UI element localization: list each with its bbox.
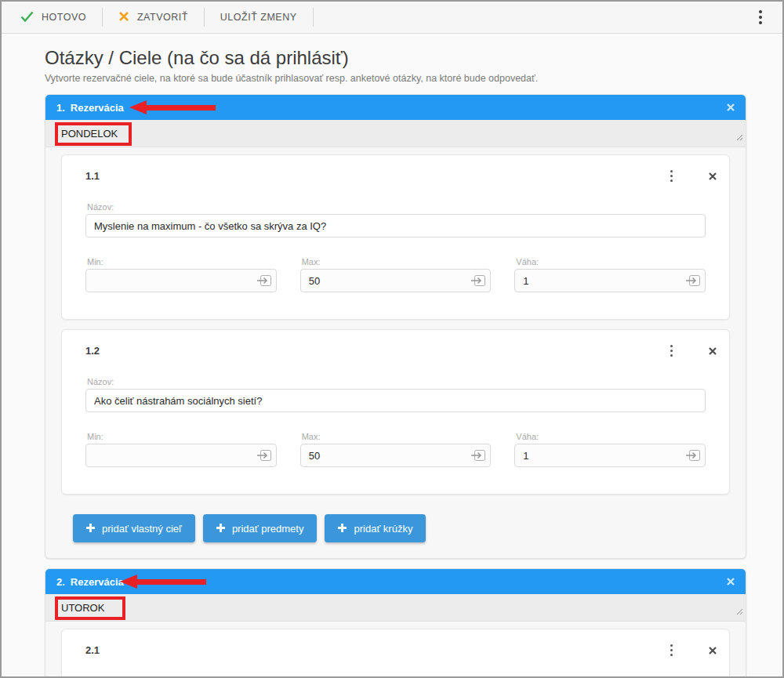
goal-number-row: Min: Max: [85,432,706,467]
goal-index: 2.1 [85,644,100,656]
goal-remove-icon[interactable] [709,347,717,355]
name-label: Názov: [87,377,706,386]
number-stepper-icon[interactable] [686,274,701,287]
goal-remove-icon[interactable] [709,172,717,180]
overflow-menu-icon[interactable] [753,5,768,29]
plus-icon [338,523,347,535]
goal-menu-icon[interactable] [664,165,679,187]
plus-icon [86,523,95,535]
number-stepper-icon[interactable] [471,449,486,462]
save-changes-button[interactable]: ULOŽIŤ ZMENY [205,2,313,33]
weight-input[interactable] [514,444,706,467]
close-button[interactable]: ZATVORIŤ [103,2,204,33]
max-input[interactable] [300,444,492,467]
reservation-title: Rezervácia [71,102,124,114]
max-input[interactable] [300,269,492,292]
toolbar: HOTOVO ZATVORIŤ ULOŽIŤ ZMENY [2,2,782,34]
remove-reservation-icon[interactable] [727,578,735,586]
save-changes-label: ULOŽIŤ ZMENY [220,12,297,23]
add-buttons-row: pridať vlastný cieľ pridať predmety prid… [73,514,730,542]
add-own-goal-button[interactable]: pridať vlastný cieľ [73,514,195,542]
add-subjects-button[interactable]: pridať predmety [203,514,318,542]
resize-handle[interactable] [736,130,743,144]
plus-icon [216,523,225,535]
x-icon [118,11,129,24]
remove-reservation-icon[interactable] [727,103,735,111]
app-window: HOTOVO ZATVORIŤ ULOŽIŤ ZMENY Otázky / Ci… [0,0,784,678]
reservation-note-row: PONDELOK [45,120,746,147]
goal-card-header: 1.2 [85,340,717,361]
number-stepper-icon[interactable] [257,274,272,287]
close-button-label: ZATVORIŤ [137,12,188,23]
reservation-title: Rezervácia [71,576,124,588]
reservation-card-2-header: 2. Rezervácia [45,569,746,594]
goal-name-input[interactable] [85,389,706,412]
done-button-label: HOTOVO [42,12,86,23]
goal-card-header: 2.1 [85,640,717,661]
add-clubs-label: pridať krúžky [354,523,412,535]
reservation-note-textarea[interactable]: UTOROK [45,594,746,622]
reservation-note-textarea[interactable]: PONDELOK [45,120,746,147]
weight-label: Váha: [516,432,706,441]
goal-index: 1.1 [85,170,100,182]
add-clubs-button[interactable]: pridať krúžky [325,514,426,542]
goal-card-header: 1.1 [85,165,717,187]
toolbar-divider [313,8,314,27]
weight-input[interactable] [514,269,706,292]
annotation-arrow [120,575,206,589]
max-label: Max: [302,432,492,441]
goal-card-1-1: 1.1 Názov: Min: [61,154,730,320]
add-own-goal-label: pridať vlastný cieľ [102,523,182,535]
page-content: Otázky / Ciele (na čo sa dá prihlásiť) V… [2,34,782,678]
annotation-arrow [129,100,216,114]
min-label: Min: [87,432,277,441]
reservation-card-1: 1. Rezervácia PONDELOK 1.1 [45,94,746,559]
page-title: Otázky / Ciele (na čo sa dá prihlásiť) [45,47,782,69]
goal-card-1-2: 1.2 Názov: Min: [61,329,730,495]
page-subtitle: Vytvorte rezervačné ciele, na ktoré sa b… [45,73,782,84]
add-subjects-label: pridať predmety [232,523,304,535]
min-input[interactable] [85,269,277,292]
goal-menu-icon[interactable] [664,340,679,361]
reservation-note-row: UTOROK [45,594,746,622]
reservation-number: 1. [56,102,65,114]
number-stepper-icon[interactable] [686,449,701,462]
reservation-card-1-header: 1. Rezervácia [45,95,746,120]
reservation-number: 2. [56,576,65,588]
check-icon [20,11,34,24]
done-button[interactable]: HOTOVO [5,2,102,33]
goal-number-row: Min: Max: [85,257,706,292]
reservation-card-2-body: 2.1 Názov: [45,622,746,678]
goal-remove-icon[interactable] [709,647,717,654]
goal-menu-icon[interactable] [664,640,679,661]
weight-label: Váha: [516,257,706,266]
min-input[interactable] [85,444,277,467]
number-stepper-icon[interactable] [257,449,272,462]
number-stepper-icon[interactable] [471,274,486,287]
goal-name-input[interactable] [85,214,706,237]
reservation-card-2: 2. Rezervácia UTOROK 2.1 [45,568,746,678]
resize-handle[interactable] [736,604,743,618]
name-label: Názov: [87,202,706,212]
reservation-card-1-body: 1.1 Názov: Min: [45,147,746,558]
max-label: Max: [302,257,492,266]
goal-index: 1.2 [85,345,100,357]
goal-card-2-1: 2.1 Názov: [61,629,730,678]
min-label: Min: [87,257,277,266]
